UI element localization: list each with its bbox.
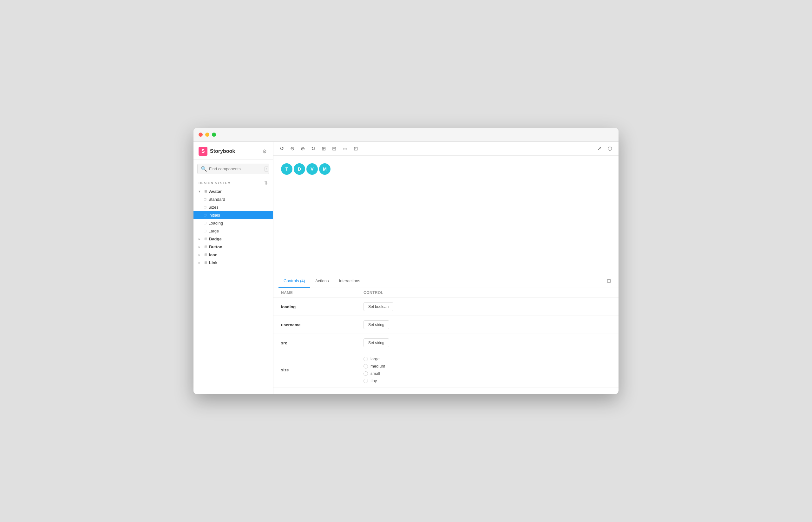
component-icon: ⊞ xyxy=(204,253,207,257)
panel-tabs-left: Controls (4) Actions Interactions xyxy=(278,275,365,287)
sidebar-item-label: Initials xyxy=(209,213,220,218)
avatar-group: T D V M xyxy=(281,163,331,175)
avatar-D: D xyxy=(294,163,305,175)
app-body: S Storybook ⚙ 🔍 / DESIGN SYSTEM ⇅ ▾ ⊞ xyxy=(194,142,618,394)
component-icon: ⊞ xyxy=(204,189,207,194)
sidebar-item-initials[interactable]: ⊡ Initials xyxy=(194,211,273,219)
sidebar-item-standard[interactable]: ⊡ Standard xyxy=(194,195,273,203)
sidebar-item-icon[interactable]: ▸ ⊞ Icon xyxy=(194,251,273,259)
zoom-out-button[interactable]: ⊖ xyxy=(288,144,297,154)
sidebar-item-large[interactable]: ⊡ Large xyxy=(194,227,273,235)
control-row-username: username Set string xyxy=(273,316,618,334)
expand-button[interactable]: ⤢ xyxy=(595,144,604,154)
story-icon: ⊡ xyxy=(204,229,206,233)
sidebar-item-avatar[interactable]: ▾ ⊞ Avatar xyxy=(194,187,273,195)
story-icon: ⊡ xyxy=(204,197,206,201)
component-icon: ⊞ xyxy=(204,261,207,265)
radio-option-small[interactable]: small xyxy=(363,371,611,376)
reload-button[interactable]: ↺ xyxy=(277,144,286,154)
sidebar: S Storybook ⚙ 🔍 / DESIGN SYSTEM ⇅ ▾ ⊞ xyxy=(194,142,273,394)
grid-button[interactable]: ⊞ xyxy=(319,144,328,154)
preview-area: T D V M xyxy=(273,156,618,274)
sidebar-item-label: Loading xyxy=(209,221,223,225)
titlebar xyxy=(194,128,618,142)
panel-tabs: Controls (4) Actions Interactions ⊡ xyxy=(273,274,618,288)
control-column-header: Control xyxy=(363,290,611,295)
control-row-src: src Set string xyxy=(273,334,618,352)
sidebar-item-sizes[interactable]: ⊡ Sizes xyxy=(194,203,273,211)
name-column-header: Name xyxy=(281,290,363,295)
avatar-M: M xyxy=(319,163,331,175)
settings-button[interactable]: ⚙ xyxy=(261,147,268,156)
radio-label-small: small xyxy=(371,371,380,376)
sidebar-item-label: Icon xyxy=(209,253,218,257)
maximize-button[interactable] xyxy=(212,133,216,137)
story-icon: ⊡ xyxy=(204,221,206,225)
avatar-V: V xyxy=(306,163,318,175)
search-bar[interactable]: 🔍 / xyxy=(197,164,269,174)
toolbar: ↺ ⊖ ⊕ ↻ ⊞ ⊟ ▭ ⊡ ⤢ ⬡ xyxy=(273,142,618,156)
sidebar-item-label: Avatar xyxy=(209,189,222,194)
control-name-loading: loading xyxy=(281,304,363,309)
radio-label-tiny: tiny xyxy=(371,378,377,383)
story-icon: ⊡ xyxy=(204,205,206,209)
sidebar-header: S Storybook ⚙ xyxy=(194,142,273,160)
control-value-size: large medium small xyxy=(363,357,611,383)
minimize-button[interactable] xyxy=(205,133,209,137)
external-link-button[interactable]: ⬡ xyxy=(605,144,615,154)
sidebar-item-button[interactable]: ▸ ⊞ Button xyxy=(194,243,273,251)
tab-controls[interactable]: Controls (4) xyxy=(278,275,310,288)
sidebar-item-label: Sizes xyxy=(209,205,219,209)
control-name-src: src xyxy=(281,341,363,345)
radio-circle-large xyxy=(363,357,368,361)
reset-zoom-button[interactable]: ↻ xyxy=(309,144,318,154)
sidebar-item-badge[interactable]: ▸ ⊞ Badge xyxy=(194,235,273,243)
avatar-T: T xyxy=(281,163,293,175)
logo-area: S Storybook xyxy=(199,147,235,156)
app-window: S Storybook ⚙ 🔍 / DESIGN SYSTEM ⇅ ▾ ⊞ xyxy=(194,128,618,394)
sort-icon: ⇅ xyxy=(264,180,268,185)
panel-button[interactable]: ⊟ xyxy=(330,144,339,154)
chevron-down-icon: ▾ xyxy=(199,189,202,193)
radio-label-medium: medium xyxy=(371,364,385,368)
close-button[interactable] xyxy=(199,133,203,137)
control-name-username: username xyxy=(281,323,363,327)
radio-option-medium[interactable]: medium xyxy=(363,364,611,368)
panel-toggle-button[interactable]: ⊡ xyxy=(604,277,613,285)
chevron-right-icon: ▸ xyxy=(199,237,202,241)
nav-tree: ▾ ⊞ Avatar ⊡ Standard ⊡ Sizes ⊡ Initials xyxy=(194,187,273,272)
control-row-loading: loading Set boolean xyxy=(273,298,618,316)
tab-interactions[interactable]: Interactions xyxy=(334,275,365,288)
main-content: ↺ ⊖ ⊕ ↻ ⊞ ⊟ ▭ ⊡ ⤢ ⬡ T D xyxy=(273,142,618,394)
control-value-src: Set string xyxy=(363,338,611,347)
radio-circle-medium xyxy=(363,364,368,368)
storybook-logo-icon: S xyxy=(199,147,207,156)
fullscreen-frame-button[interactable]: ⊡ xyxy=(351,144,360,154)
set-string-button-username[interactable]: Set string xyxy=(363,320,389,329)
sidebar-item-label: Standard xyxy=(209,197,225,202)
control-name-size: size xyxy=(281,367,363,372)
radio-label-large: large xyxy=(371,357,380,361)
sidebar-item-label: Link xyxy=(209,260,218,265)
set-string-button-src[interactable]: Set string xyxy=(363,338,389,347)
bottom-panel: Controls (4) Actions Interactions ⊡ Name… xyxy=(273,274,618,394)
viewport-button[interactable]: ▭ xyxy=(340,144,350,154)
tab-actions[interactable]: Actions xyxy=(310,275,334,288)
section-label: DESIGN SYSTEM ⇅ xyxy=(194,177,273,187)
component-icon: ⊞ xyxy=(204,245,207,249)
controls-table: Name Control loading Set boolean usernam… xyxy=(273,288,618,394)
toolbar-left: ↺ ⊖ ⊕ ↻ ⊞ ⊟ ▭ ⊡ xyxy=(277,144,360,154)
controls-header: Name Control xyxy=(273,288,618,298)
toolbar-right: ⤢ ⬡ xyxy=(595,144,615,154)
sidebar-item-loading[interactable]: ⊡ Loading xyxy=(194,219,273,227)
radio-option-tiny[interactable]: tiny xyxy=(363,378,611,383)
set-boolean-button[interactable]: Set boolean xyxy=(363,302,393,311)
radio-option-large[interactable]: large xyxy=(363,357,611,361)
chevron-right-icon: ▸ xyxy=(199,245,202,249)
sidebar-item-link[interactable]: ▸ ⊞ Link xyxy=(194,259,273,267)
search-input[interactable] xyxy=(209,166,262,171)
story-icon: ⊡ xyxy=(204,213,206,217)
zoom-in-button[interactable]: ⊕ xyxy=(298,144,308,154)
radio-circle-small xyxy=(363,372,368,376)
control-value-username: Set string xyxy=(363,320,611,329)
